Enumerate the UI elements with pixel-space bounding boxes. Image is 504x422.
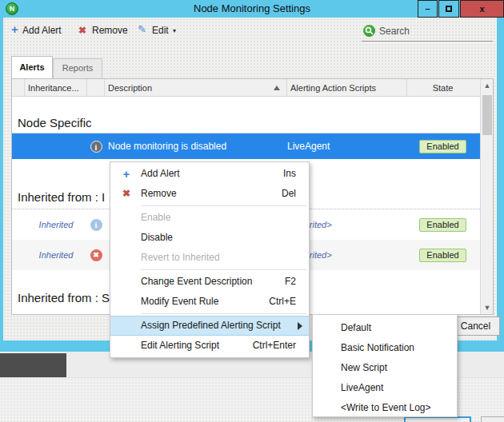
submenu-item-new-script[interactable]: New Script [313,358,457,378]
column-description[interactable]: Description [105,79,287,97]
row-alerting-script: LiveAgent [287,133,407,159]
shortcut: F2 [285,272,296,292]
sort-ascending-icon [274,86,280,90]
row-description: Node monitoring is disabled [108,133,286,159]
background-cancel-button[interactable]: Cancel [481,416,504,422]
shortcut: Del [282,184,296,204]
menu-item-disable[interactable]: Disable [110,228,309,248]
edit-pencil-icon: ✎ [138,23,146,35]
edit-button[interactable]: Edit [152,25,169,36]
submenu-item-liveagent[interactable]: LiveAgent [313,378,457,398]
column-state[interactable]: State [407,79,478,97]
group-header-node-specific: Node Specific [12,116,480,129]
search-input[interactable]: Search [362,22,493,42]
maximize-button[interactable] [438,0,459,18]
toolbar: + Add Alert ✖ Remove ✎ Edit ▾ Search [3,18,497,50]
screenshot-stage: N Node Monitoring Settings – x + Add Ale… [0,0,504,422]
tab-alerts[interactable]: Alerts [11,56,53,78]
edit-dropdown-caret-icon[interactable]: ▾ [173,27,176,34]
column-description-label: Description [108,83,152,93]
row-state: Enabled [407,133,478,159]
table-row-node-monitoring-disabled[interactable]: i Node monitoring is disabled LiveAgent … [12,133,480,159]
submenu-item-basic-notification[interactable]: Basic Notification [313,338,457,358]
minimize-button[interactable]: – [418,0,438,18]
remove-x-icon: ✖ [118,184,134,204]
menu-item-edit-alerting-script[interactable]: Edit Alerting Script Ctrl+Enter [110,336,309,356]
enabled-badge: Enabled [419,140,466,153]
submenu-item-default[interactable]: Default [313,318,457,338]
remove-button[interactable]: Remove [92,25,128,36]
cancel-button[interactable]: Cancel [451,316,500,336]
desktop-dark-region [0,353,66,377]
maximize-icon [446,6,452,12]
shortcut: Ctrl+Enter [253,336,296,356]
submenu-arrow-icon [298,322,302,330]
row-state: Enabled [407,240,478,270]
scrollbar-thumb[interactable] [482,95,492,135]
menu-item-add-alert[interactable]: + Add Alert Ins [110,164,309,184]
enabled-badge: Enabled [419,218,466,232]
column-inheritance[interactable]: Inheritance... [25,79,87,97]
menu-item-enable: Enable [110,208,309,228]
info-icon: i [87,209,105,240]
menu-item-revert-to-inherited: Revert to Inherited [110,248,309,268]
add-alert-button[interactable]: Add Alert [22,25,62,36]
scroll-up-icon[interactable]: ▲ [481,79,494,92]
column-icon[interactable] [87,79,105,97]
tab-reports[interactable]: Reports [53,58,102,78]
close-button[interactable]: x [460,0,504,18]
info-icon: i [87,133,105,159]
add-alert-icon: + [11,22,18,36]
remove-icon: ✖ [78,25,86,36]
plus-icon: + [118,164,134,184]
scroll-down-icon[interactable]: ▼ [481,301,494,314]
shortcut: Ctrl+E [269,292,296,312]
shortcut: Ins [283,164,296,184]
alerting-script-submenu: Default Basic Notification New Script Li… [312,314,458,417]
inheritance-label: Inherited [25,209,87,240]
context-menu: + Add Alert Ins ✖ Remove Del Enable Disa… [110,161,310,358]
column-alerting-action-scripts[interactable]: Alerting Action Scripts [287,79,407,97]
titlebar[interactable]: N Node Monitoring Settings – x [0,0,504,18]
error-icon: ✖ [87,240,105,270]
vertical-scrollbar[interactable]: ▲ ▼ [480,79,493,314]
search-icon [363,25,375,37]
table-header: Inheritance... Description Alerting Acti… [12,79,480,97]
enabled-badge: Enabled [419,249,466,262]
search-placeholder: Search [379,26,410,37]
menu-item-assign-predefined-alerting-script[interactable]: Assign Predefined Alerting Script [110,316,309,336]
submenu-item-write-to-event-log[interactable]: <Write to Event Log> [313,398,457,418]
menu-item-change-event-description[interactable]: Change Event Description F2 [110,272,309,292]
column-selector[interactable] [12,79,25,97]
menu-item-remove[interactable]: ✖ Remove Del [110,184,309,204]
inheritance-label: Inherited [25,240,87,270]
menu-item-modify-event-rule[interactable]: Modify Event Rule Ctrl+E [110,292,309,312]
row-state: Enabled [407,209,478,240]
